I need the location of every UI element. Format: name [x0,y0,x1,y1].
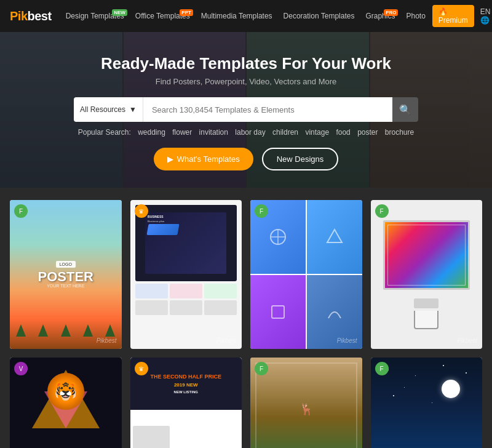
new-designs-button[interactable]: New Designs [262,148,339,170]
gallery-section: F LOGO POSTER YOUR TEXT HERE Pikbest ♛ B… [0,188,492,448]
tag-vintage[interactable]: vintage [305,128,329,137]
badge-free: F [14,204,28,218]
nav-right: 🔥 Premium EN 🌐 Sign in [432,4,492,28]
logo[interactable]: Pikbest [10,9,52,23]
gallery-item-tiger[interactable]: V 🐯 Pikbest [10,358,122,448]
gallery-item-poster[interactable]: F LOGO POSTER YOUR TEXT HERE Pikbest [10,200,122,349]
badge-free: F [255,204,268,218]
card-framed-design [371,200,483,349]
search-bar: All Resources ▼ 🔍 [74,97,418,122]
tag-invitation[interactable]: invitation [199,128,228,137]
watermark: Pikbest [337,337,357,344]
gallery-item-night[interactable]: F Pikbest [371,358,483,448]
language-button[interactable]: EN 🌐 [480,7,491,25]
tag-brochure[interactable]: brochure [385,128,414,137]
cta-buttons: ▶ What's Templates New Designs [12,148,480,170]
watermark: Pikbest [457,337,477,344]
nav-office-templates[interactable]: Office Templates PPT [131,9,194,23]
tag-food[interactable]: food [336,128,350,137]
tag-flower[interactable]: flower [172,128,192,137]
nav-photo[interactable]: Photo [402,9,429,23]
svg-rect-4 [272,306,284,318]
hero-section: Ready-Made Templates For Your Work Find … [0,32,492,188]
badge-free: F [255,362,268,375]
gallery-grid: F LOGO POSTER YOUR TEXT HERE Pikbest ♛ B… [10,200,482,448]
badge-crown: ♛ [135,204,148,218]
gallery-item-collage[interactable]: F [250,200,362,349]
popular-search: Popular Search: wedding flower invitatio… [12,128,480,137]
navbar: Pikbest Design Templates NEW Office Temp… [0,0,492,32]
search-input[interactable] [143,97,392,122]
card-presentation-design: BUSINESS Business plan [130,200,242,349]
card-collage-design [250,200,362,349]
nav-badge-new: NEW [112,9,127,16]
watermark: Pikbest [216,337,237,344]
nav-badge-pro: PRO [384,9,398,16]
tag-poster[interactable]: poster [357,128,378,137]
search-button[interactable]: 🔍 [392,97,418,122]
tag-children[interactable]: children [272,128,298,137]
gallery-item-presentation[interactable]: ♛ BUSINESS Business plan [130,200,242,349]
chevron-down-icon: ▼ [129,105,137,114]
badge-crown: ♛ [135,362,148,375]
gallery-item-fashion[interactable]: ♛ THE SECOND HALF PRICE 2019 NEW NEW LIS… [130,358,242,448]
svg-marker-3 [327,230,342,242]
whats-templates-button[interactable]: ▶ What's Templates [154,148,253,170]
gallery-item-forest[interactable]: F 🦌 Pikbest [250,358,362,448]
badge-free: F [375,204,389,218]
hero-subtitle: Find Posters, Powerpoint, Video, Vectors… [12,77,480,86]
watermark: Pikbest [97,337,117,344]
search-category-select[interactable]: All Resources ▼ [74,97,143,122]
nav-badge-ppt: PPT [180,9,193,16]
badge-vip: V [14,362,28,375]
premium-button[interactable]: 🔥 Premium [432,5,474,27]
hero-title: Ready-Made Templates For Your Work [12,54,480,73]
play-icon: ▶ [167,154,173,164]
card-poster-design: LOGO POSTER YOUR TEXT HERE [10,200,122,349]
nav-design-templates[interactable]: Design Templates NEW [62,9,129,23]
nav-graphics[interactable]: Graphics PRO [361,9,399,23]
nav-multimedia-templates[interactable]: Multimedia Templates [197,9,277,23]
tag-labor-day[interactable]: labor day [235,128,265,137]
nav-decoration-templates[interactable]: Decoration Templates [279,9,359,23]
search-icon: 🔍 [399,104,411,116]
badge-free: F [375,362,389,375]
gallery-item-framed[interactable]: F Pikbest [371,200,483,349]
tag-wedding[interactable]: wedding [138,128,165,137]
